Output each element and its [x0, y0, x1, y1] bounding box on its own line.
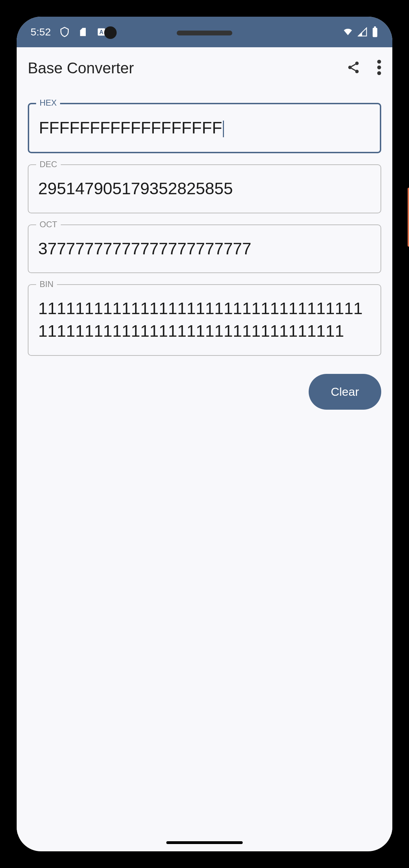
clear-button[interactable]: Clear: [309, 374, 381, 410]
share-button[interactable]: [347, 60, 360, 76]
svg-point-4: [355, 62, 359, 65]
hex-input-group: HEX FFFFFFFFFFFFFFFFFF: [28, 103, 381, 153]
camera-cutout: [104, 26, 117, 39]
bin-input-group: BIN 111111111111111111111111111111111111…: [28, 284, 381, 356]
app-actions: [347, 60, 381, 76]
hex-label: HEX: [36, 98, 60, 108]
oct-value: 37777777777777777777777: [38, 239, 251, 258]
dec-input[interactable]: 295147905179352825855: [28, 164, 381, 213]
screen: 5:52 A: [17, 17, 392, 851]
speaker-grille: [177, 31, 232, 35]
app-title: Base Converter: [28, 59, 134, 77]
hex-input[interactable]: FFFFFFFFFFFFFFFFFF: [28, 103, 381, 153]
svg-rect-2: [373, 28, 377, 37]
svg-text:A: A: [99, 29, 103, 35]
navigation-bar: [17, 834, 392, 851]
svg-point-9: [377, 71, 381, 75]
more-vert-icon: [377, 60, 381, 76]
wifi-icon: [342, 27, 353, 37]
hex-value: FFFFFFFFFFFFFFFFFF: [39, 118, 222, 137]
app-bar: Base Converter: [17, 47, 392, 89]
dec-label: DEC: [36, 159, 61, 169]
bin-input[interactable]: 1111111111111111111111111111111111111111…: [28, 284, 381, 356]
status-right: [342, 26, 378, 38]
dec-value: 295147905179352825855: [38, 179, 233, 198]
bin-value: 1111111111111111111111111111111111111111…: [38, 299, 362, 340]
status-time: 5:52: [31, 26, 51, 38]
shield-icon: [59, 26, 70, 38]
oct-input-group: OCT 37777777777777777777777: [28, 224, 381, 273]
oct-label: OCT: [36, 220, 61, 229]
signal-icon: [358, 27, 367, 37]
dec-input-group: DEC 295147905179352825855: [28, 164, 381, 213]
battery-icon: [372, 26, 378, 38]
share-icon: [347, 60, 360, 76]
svg-point-5: [348, 66, 352, 69]
svg-point-6: [355, 70, 359, 73]
menu-button[interactable]: [377, 60, 381, 76]
svg-point-7: [377, 60, 381, 64]
nav-pill[interactable]: [166, 841, 243, 844]
text-cursor: [223, 121, 224, 137]
power-button: [408, 188, 409, 247]
oct-input[interactable]: 37777777777777777777777: [28, 224, 381, 273]
bin-label: BIN: [36, 279, 57, 289]
svg-rect-3: [374, 26, 376, 28]
status-left: 5:52 A: [31, 26, 106, 38]
phone-frame: 5:52 A: [0, 0, 409, 868]
content-area: HEX FFFFFFFFFFFFFFFFFF DEC 2951479051793…: [17, 89, 392, 834]
sd-card-icon: [78, 26, 88, 38]
svg-point-8: [377, 66, 381, 69]
